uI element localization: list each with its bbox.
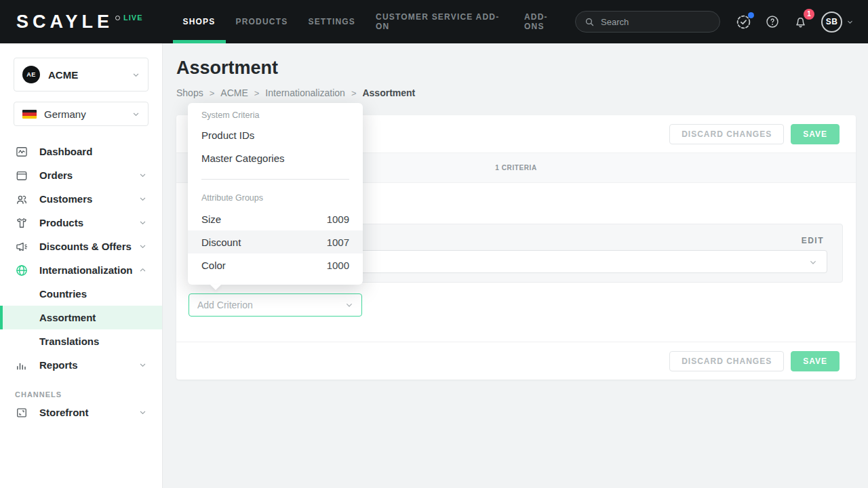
orders-icon bbox=[15, 169, 28, 182]
dropdown-option-partial[interactable]: Highlights 1010 bbox=[188, 277, 363, 285]
add-criterion-select[interactable]: Add Criterion bbox=[189, 293, 362, 317]
dropdown-group-system-criteria: System Criteria bbox=[188, 107, 363, 123]
germany-flag-icon bbox=[22, 110, 37, 119]
top-nav-products[interactable]: PRODUCTS bbox=[226, 0, 298, 43]
chevron-down-icon bbox=[131, 70, 141, 80]
breadcrumb-separator: > bbox=[248, 88, 266, 98]
scayle-logo[interactable]: SCAYLE LIVE bbox=[0, 0, 143, 43]
dropdown-option-product-ids[interactable]: Product IDs bbox=[188, 123, 363, 146]
attribute-id: 1007 bbox=[327, 237, 349, 248]
top-navigation: SHOPS PRODUCTS SETTINGS CUSTOMER SERVICE… bbox=[173, 0, 576, 43]
sidebar-item-countries[interactable]: Countries bbox=[0, 282, 162, 306]
breadcrumb-separator: > bbox=[345, 88, 363, 98]
attribute-id: 1000 bbox=[327, 260, 349, 271]
sidebar: AE ACME Germany Dashboard Orders bbox=[0, 43, 163, 488]
globe-icon bbox=[15, 264, 28, 277]
logo-ring-icon bbox=[115, 16, 120, 20]
top-nav-settings[interactable]: SETTINGS bbox=[298, 0, 366, 43]
help-button[interactable] bbox=[765, 14, 780, 29]
add-criterion-placeholder: Add Criterion bbox=[197, 300, 253, 310]
chevron-down-icon bbox=[138, 170, 148, 180]
sidebar-item-orders[interactable]: Orders bbox=[0, 163, 162, 187]
chevron-up-icon bbox=[138, 265, 148, 275]
shop-name: ACME bbox=[48, 69, 78, 81]
chevron-down-icon bbox=[138, 407, 148, 418]
top-nav-add-ons[interactable]: ADD-ONS bbox=[514, 0, 575, 43]
dropdown-option-discount[interactable]: Discount 1007 bbox=[188, 230, 363, 253]
discard-changes-button-bottom[interactable]: DISCARD CHANGES bbox=[669, 351, 784, 371]
help-icon bbox=[765, 14, 780, 29]
reports-icon bbox=[15, 359, 28, 372]
country-selector[interactable]: Germany bbox=[14, 102, 149, 126]
sidebar-item-assortment[interactable]: Assortment bbox=[0, 306, 162, 329]
dropdown-option-color[interactable]: Color 1000 bbox=[188, 253, 363, 277]
dropdown-group-attribute-groups: Attribute Groups bbox=[188, 188, 363, 207]
add-criterion-dropdown: System Criteria Product IDs Master Categ… bbox=[188, 103, 363, 285]
chevron-down-icon bbox=[846, 18, 854, 26]
topbar-icons: 1 SB bbox=[720, 0, 868, 43]
card-bottom-actions: DISCARD CHANGES SAVE bbox=[176, 342, 856, 380]
products-icon bbox=[15, 216, 28, 230]
page-title: Assortment bbox=[176, 58, 278, 79]
criteria-tab-label: 1 CRITERIA bbox=[495, 164, 537, 171]
sidebar-item-storefront[interactable]: Storefront bbox=[0, 401, 162, 424]
dropdown-option-size[interactable]: Size 1009 bbox=[188, 207, 363, 230]
search-input[interactable] bbox=[601, 17, 709, 27]
discounts-icon bbox=[15, 240, 28, 253]
breadcrumb-separator: > bbox=[203, 88, 221, 98]
notification-badge: 1 bbox=[804, 9, 814, 20]
sidebar-item-translations[interactable]: Translations bbox=[0, 329, 162, 353]
edit-button[interactable]: EDIT bbox=[802, 236, 824, 245]
breadcrumb-assortment: Assortment bbox=[362, 87, 415, 98]
sidebar-item-products[interactable]: Products bbox=[0, 211, 162, 235]
top-nav-customer-service-add-on[interactable]: CUSTOMER SERVICE ADD-ON bbox=[366, 0, 514, 43]
breadcrumb-shops[interactable]: Shops bbox=[176, 87, 203, 98]
chevron-down-icon bbox=[138, 218, 148, 228]
top-nav-shops[interactable]: SHOPS bbox=[173, 0, 226, 43]
shop-selector[interactable]: AE ACME bbox=[14, 58, 149, 92]
status-check-button[interactable] bbox=[735, 14, 752, 30]
dashboard-icon bbox=[15, 145, 28, 159]
sidebar-item-internationalization[interactable]: Internationalization bbox=[0, 258, 162, 282]
search-box[interactable] bbox=[575, 11, 720, 33]
user-menu[interactable]: SB bbox=[821, 12, 854, 33]
chevron-down-icon bbox=[344, 300, 355, 310]
storefront-icon bbox=[15, 406, 28, 420]
dropdown-caret bbox=[210, 285, 221, 290]
live-badge: LIVE bbox=[123, 14, 142, 22]
sidebar-item-reports[interactable]: Reports bbox=[0, 353, 162, 377]
channels-heading: CHANNELS bbox=[15, 390, 162, 399]
sidebar-nav: Dashboard Orders Customers Products bbox=[0, 140, 162, 424]
shop-avatar: AE bbox=[22, 66, 40, 83]
sidebar-item-dashboard[interactable]: Dashboard bbox=[0, 140, 162, 163]
notification-dot bbox=[748, 12, 754, 18]
chevron-down-icon bbox=[138, 360, 148, 370]
sidebar-item-customers[interactable]: Customers bbox=[0, 187, 162, 211]
breadcrumb: Shops > ACME > Internationalization > As… bbox=[176, 87, 415, 98]
avatar: SB bbox=[821, 12, 842, 33]
dropdown-option-master-categories[interactable]: Master Categories bbox=[188, 146, 363, 169]
discard-changes-button[interactable]: DISCARD CHANGES bbox=[669, 124, 784, 144]
search-icon bbox=[584, 16, 595, 28]
chevron-down-icon bbox=[138, 194, 148, 204]
save-button-bottom[interactable]: SAVE bbox=[791, 351, 840, 371]
topbar: SCAYLE LIVE SHOPS PRODUCTS SETTINGS CUST… bbox=[0, 0, 868, 43]
search-area bbox=[575, 0, 720, 43]
chevron-down-icon bbox=[131, 109, 141, 119]
breadcrumb-acme[interactable]: ACME bbox=[220, 87, 248, 98]
country-name: Germany bbox=[44, 108, 86, 120]
customers-icon bbox=[15, 192, 28, 206]
dropdown-divider bbox=[188, 169, 363, 188]
notifications-button[interactable]: 1 bbox=[793, 14, 808, 30]
attribute-id: 1009 bbox=[327, 214, 349, 225]
chevron-down-icon bbox=[138, 241, 148, 251]
breadcrumb-internationalization[interactable]: Internationalization bbox=[265, 87, 345, 98]
attribute-id: 1010 bbox=[327, 283, 349, 285]
main-content: Assortment Shops > ACME > Internationali… bbox=[163, 43, 868, 488]
logo-text: SCAYLE bbox=[16, 12, 113, 33]
sidebar-item-discounts-offers[interactable]: Discounts & Offers bbox=[0, 235, 162, 258]
save-button[interactable]: SAVE bbox=[791, 124, 840, 144]
chevron-down-icon bbox=[808, 257, 818, 268]
